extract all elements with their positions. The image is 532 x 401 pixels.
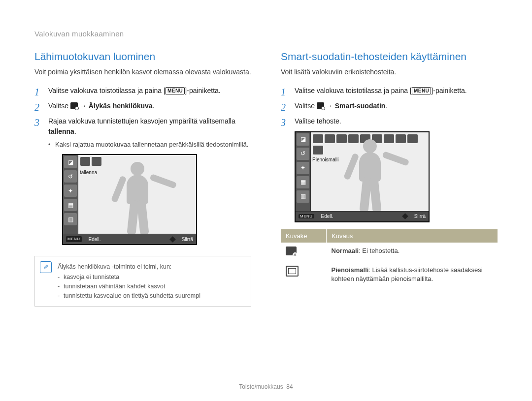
cell-icon <box>281 243 327 262</box>
text: Valitse valokuva toistotilassa ja paina … <box>48 87 166 94</box>
text: Valitse <box>295 102 317 110</box>
breadcrumb: Valokuvan muokkaaminen <box>34 30 498 38</box>
note-icon <box>40 261 52 273</box>
note-item: tunnistetaan vähintään kahdet kasvot <box>58 282 245 291</box>
lcd-footer: MENU Edell. Siirrä <box>296 211 429 221</box>
sidebar-icon: ↺ <box>297 148 309 160</box>
dpad-icon <box>402 214 408 220</box>
toolbar-icon <box>92 157 101 166</box>
left-intro: Voit poimia yksittäisen henkilön kasvot … <box>34 67 251 77</box>
sidebar-icon: ↺ <box>64 170 77 183</box>
sidebar-icon: ▥ <box>297 190 309 203</box>
lcd-toolbar <box>80 157 101 166</box>
lcd-sidebar: ◪ ↺ ✦ ▦ ▥ <box>63 155 78 234</box>
thumb-icon <box>313 146 323 154</box>
menu-icon-small: MENU <box>299 214 314 218</box>
cell-icon <box>281 262 327 287</box>
arrow-icon: → <box>324 102 335 110</box>
left-step-2: Valitse → Älykäs henkilökuva. <box>34 101 251 111</box>
sidebar-icon: ✦ <box>64 185 77 197</box>
foot-move: Siirrä <box>182 236 193 243</box>
text: Valitse valokuva toistotilassa ja paina … <box>295 87 412 94</box>
lcd-label: Pienoismalli <box>312 157 338 162</box>
th-icon: Kuvake <box>281 229 327 243</box>
footer-page: 84 <box>286 383 293 390</box>
edit-icon <box>317 102 324 109</box>
foot-prev: Edell. <box>89 236 101 243</box>
note-item: kasvoja ei tunnisteta <box>58 273 245 282</box>
silhouette <box>340 137 399 211</box>
note-box: Älykäs henkilökuva -toiminto ei toimi, k… <box>34 256 251 307</box>
sidebar-icon: ▦ <box>64 199 77 211</box>
silhouette <box>108 160 167 234</box>
right-step-1: Valitse valokuva toistotilassa ja paina … <box>281 86 498 96</box>
left-column: Lähimuotokuvan luominen Voit poimia yksi… <box>34 51 251 307</box>
effect-table: Kuvake Kuvaus Normaali: Ei tehostetta. P… <box>281 229 498 288</box>
menu-icon: MENU <box>166 87 185 94</box>
right-intro: Voit lisätä valokuviin erikoistehosteita… <box>281 67 498 77</box>
right-step-2: Valitse → Smart-suodatin. <box>281 101 498 111</box>
right-heading: Smart-suodatin-tehosteiden käyttäminen <box>281 51 498 62</box>
text-bold: Pienoismalli <box>332 266 369 274</box>
thumb-icon <box>313 134 323 143</box>
text-bold: Normaali <box>332 247 359 254</box>
dpad-icon <box>169 236 176 243</box>
text-bold: tallenna <box>48 127 74 135</box>
text: Rajaa valokuva tunnistettujen kasvojen y… <box>48 117 235 125</box>
sidebar-icon: ▥ <box>64 213 77 225</box>
lcd-sidebar: ◪ ↺ ✦ ▦ ▥ <box>296 132 311 211</box>
note-item: tunnistettu kasvoalue on tiettyä suhdett… <box>58 291 245 301</box>
sidebar-icon: ◪ <box>64 156 77 168</box>
text-bold: Smart-suodatin <box>335 102 386 110</box>
sidebar-icon: ◪ <box>297 133 309 146</box>
menu-icon: MENU <box>412 87 431 94</box>
foot-move: Siirrä <box>414 214 426 219</box>
cell-desc: Pienoismalli: Lisää kallistus-siirtoteho… <box>327 262 498 287</box>
arrow-icon: → <box>78 102 89 110</box>
lcd-label: tallenna <box>80 169 97 176</box>
right-column: Smart-suodatin-tehosteiden käyttäminen V… <box>281 51 498 307</box>
toolbar-icon <box>80 157 90 166</box>
foot-prev: Edell. <box>321 214 333 219</box>
left-step-1: Valitse valokuva toistotilassa ja paina … <box>34 86 251 96</box>
lcd-footer: MENU Edell. Siirrä <box>63 234 196 244</box>
left-step-3: Rajaa valokuva tunnistettujen kasvojen y… <box>34 116 251 246</box>
text: ]-painiketta. <box>185 87 220 94</box>
left-steps: Valitse valokuva toistotilassa ja paina … <box>34 86 251 246</box>
miniature-icon <box>286 266 299 277</box>
right-steps: Valitse valokuva toistotilassa ja paina … <box>281 86 498 126</box>
sidebar-icon: ✦ <box>297 162 309 174</box>
edit-icon <box>70 102 78 109</box>
thumb-icon <box>325 134 335 143</box>
lcd-screenshot-left: ◪ ↺ ✦ ▦ ▥ tallenna <box>62 154 197 245</box>
note-title: Älykäs henkilökuva -toiminto ei toimi, k… <box>58 262 245 272</box>
footer-section: Toisto/muokkaus <box>239 383 283 390</box>
menu-icon-small: MENU <box>66 236 82 242</box>
sidebar-icon: ▦ <box>297 176 309 188</box>
lcd-screenshot-right: ◪ ↺ ✦ ▦ ▥ <box>295 131 430 222</box>
lcd-thumbs-row2 <box>313 146 323 154</box>
left-heading: Lähimuotokuvan luominen <box>34 51 251 62</box>
text: : Ei tehostetta. <box>359 247 399 254</box>
page-footer: Toisto/muokkaus 84 <box>0 383 532 390</box>
text-bold: Älykäs henkilökuva <box>89 102 153 110</box>
cell-desc: Normaali: Ei tehostetta. <box>327 243 498 262</box>
text: Valitse <box>48 102 70 110</box>
th-desc: Kuvaus <box>327 229 498 243</box>
left-sub-1: Kaksi rajattua muotokuvaa tallennetaan p… <box>48 140 251 150</box>
text: ]-painiketta. <box>431 87 466 94</box>
right-step-3: Valitse tehoste. <box>281 116 498 126</box>
thumb-icon <box>407 134 418 143</box>
normal-icon <box>286 247 297 255</box>
